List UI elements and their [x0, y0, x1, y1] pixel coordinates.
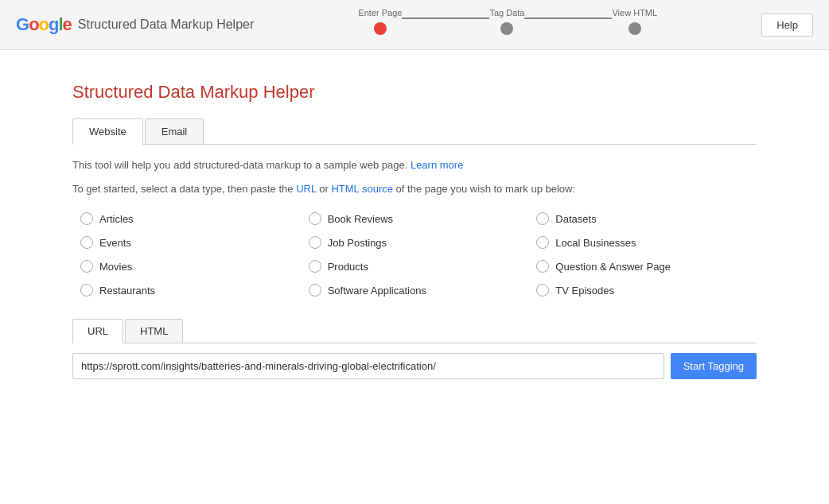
radio-question-answer[interactable]: Question & Answer Page	[536, 260, 749, 273]
radio-book-reviews[interactable]: Book Reviews	[309, 212, 521, 225]
radio-circle-articles	[80, 212, 93, 225]
radio-label-articles: Articles	[99, 213, 134, 225]
url-link[interactable]: URL	[296, 183, 317, 195]
logo-g-blue2: g	[49, 14, 58, 35]
step-tag-data: Tag Data	[489, 8, 524, 35]
help-button[interactable]: Help	[761, 14, 813, 37]
radio-circle-local-businesses	[536, 236, 549, 249]
radio-label-tv-episodes: TV Episodes	[555, 285, 614, 297]
connector-1	[402, 17, 489, 19]
radio-circle-tv-episodes	[536, 284, 549, 297]
radio-label-local-businesses: Local Businesses	[555, 237, 636, 249]
main-tabs: Website Email	[72, 118, 757, 145]
radio-circle-restaurants	[80, 284, 93, 297]
connector-2	[524, 17, 612, 19]
radio-label-book-reviews: Book Reviews	[328, 213, 393, 225]
url-input-row: Start Tagging	[72, 353, 757, 379]
radio-label-restaurants: Restaurants	[99, 285, 155, 297]
radio-label-question-answer: Question & Answer Page	[555, 261, 671, 273]
logo-o-yellow: o	[39, 14, 49, 35]
logo-o-red: o	[29, 14, 38, 35]
tab-email[interactable]: Email	[145, 118, 204, 144]
radio-job-postings[interactable]: Job Postings	[309, 236, 521, 249]
start-tagging-button[interactable]: Start Tagging	[671, 353, 757, 379]
or-text: or	[317, 183, 332, 195]
radio-label-movies: Movies	[99, 261, 132, 273]
html-source-link[interactable]: HTML source	[331, 183, 393, 195]
url-tab-html[interactable]: HTML	[125, 319, 183, 343]
url-input[interactable]	[72, 353, 664, 379]
radio-circle-job-postings	[309, 236, 321, 249]
steps-row: Enter Page Tag Data View HTML	[358, 8, 657, 35]
step-view-html: View HTML	[612, 8, 657, 35]
step-dot-enter-page	[374, 22, 387, 35]
google-logo: Google	[16, 14, 72, 35]
radio-events[interactable]: Events	[80, 236, 293, 249]
radio-datasets[interactable]: Datasets	[536, 212, 749, 225]
radio-circle-products	[309, 260, 321, 273]
radio-movies[interactable]: Movies	[80, 260, 293, 273]
radio-restaurants[interactable]: Restaurants	[80, 284, 293, 297]
radio-articles[interactable]: Articles	[80, 212, 293, 225]
progress-container: Enter Page Tag Data View HTML	[358, 8, 657, 35]
step-label-enter-page: Enter Page	[358, 8, 402, 17]
url-tab-url[interactable]: URL	[72, 319, 123, 343]
radio-products[interactable]: Products	[309, 260, 521, 273]
tab-website[interactable]: Website	[72, 118, 143, 145]
logo-e-red: e	[63, 14, 72, 35]
step-dot-tag-data	[500, 22, 513, 35]
url-tabs: URL HTML	[72, 319, 757, 343]
logo-g-blue: G	[16, 14, 29, 35]
description-static: This tool will help you add structured-d…	[72, 159, 407, 171]
description-text: This tool will help you add structured-d…	[72, 157, 757, 173]
step-enter-page: Enter Page	[358, 8, 402, 35]
header: Google Structured Data Markup Helper Ent…	[0, 0, 829, 50]
step-dot-view-html	[629, 22, 641, 35]
data-types-grid: Articles Book Reviews Datasets Events Jo…	[72, 212, 757, 297]
step-label-view-html: View HTML	[612, 8, 657, 17]
radio-circle-book-reviews	[309, 212, 321, 225]
radio-tv-episodes[interactable]: TV Episodes	[536, 284, 749, 297]
radio-label-events: Events	[99, 237, 131, 249]
radio-circle-datasets	[536, 212, 549, 225]
radio-label-software-applications: Software Applications	[328, 285, 426, 297]
radio-label-job-postings: Job Postings	[328, 237, 387, 249]
radio-label-datasets: Datasets	[555, 213, 596, 225]
app-title: Structured Data Markup Helper	[78, 17, 254, 32]
radio-local-businesses[interactable]: Local Businesses	[536, 236, 749, 249]
radio-circle-software-applications	[309, 284, 321, 297]
radio-circle-events	[80, 236, 93, 249]
radio-circle-question-answer	[536, 260, 549, 273]
radio-circle-movies	[80, 260, 93, 273]
instruction-text: To get started, select a data type, then…	[72, 181, 757, 197]
instruction-end: of the page you wish to mark up below:	[393, 183, 575, 195]
instruction-static: To get started, select a data type, then…	[72, 183, 296, 195]
page-title: Structured Data Markup Helper	[72, 82, 757, 103]
header-left: Google Structured Data Markup Helper	[16, 14, 254, 35]
step-label-tag-data: Tag Data	[489, 8, 524, 17]
main-content: Structured Data Markup Helper Website Em…	[56, 82, 773, 379]
learn-more-link[interactable]: Learn more	[411, 159, 463, 171]
radio-software-applications[interactable]: Software Applications	[309, 284, 521, 297]
radio-label-products: Products	[328, 261, 368, 273]
